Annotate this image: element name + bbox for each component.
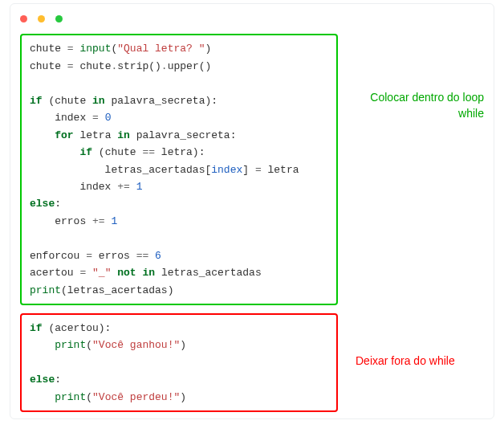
zoom-icon xyxy=(55,15,63,22)
code-token: chute xyxy=(30,60,67,72)
code-token: letras_acertadas xyxy=(155,267,262,279)
code-token: input xyxy=(79,43,111,55)
code-token: in xyxy=(117,129,130,141)
code-token: : xyxy=(55,198,61,210)
code-token xyxy=(86,267,92,279)
close-icon xyxy=(20,15,27,22)
code-token xyxy=(30,339,55,351)
code-token: == xyxy=(142,146,155,158)
code-token: letra xyxy=(74,129,118,141)
code-token xyxy=(130,181,136,193)
code-token: in xyxy=(92,95,105,107)
code-token: 0 xyxy=(105,112,112,124)
code-block-green: chute = input("Qual letra? ") chute = ch… xyxy=(20,34,338,305)
code-token xyxy=(30,391,55,403)
code-token: chute xyxy=(74,60,112,72)
code-token xyxy=(99,112,105,124)
code-token: ] xyxy=(242,164,255,176)
code-token: upper() xyxy=(168,60,212,72)
code-token: ) xyxy=(205,43,211,55)
code-window: chute = input("Qual letra? ") chute = ch… xyxy=(10,3,494,419)
code-token: if xyxy=(79,146,92,158)
code-token: ) xyxy=(180,339,186,351)
code-token: index xyxy=(30,112,92,124)
code-token: else xyxy=(30,198,55,210)
code-token xyxy=(30,129,55,141)
code-token: . xyxy=(161,60,168,72)
code-token: print xyxy=(30,284,61,296)
code-token: = xyxy=(86,250,92,262)
code-token: not xyxy=(117,267,136,279)
code-token: strip() xyxy=(117,60,161,72)
code-token: palavra_secreta): xyxy=(105,95,217,107)
code-token: for xyxy=(55,129,73,141)
code-token: if xyxy=(30,95,43,107)
code-token: == xyxy=(136,250,149,262)
code-token: "Qual letra? " xyxy=(117,43,205,55)
code-token: 6 xyxy=(155,250,161,262)
code-token: index xyxy=(30,181,117,193)
code-token xyxy=(148,250,155,262)
code-token: "Você perdeu!" xyxy=(92,391,180,403)
code-token: enforcou xyxy=(30,250,86,262)
code-token: acertou xyxy=(30,267,79,279)
code-token: in xyxy=(142,267,155,279)
code-token: 1 xyxy=(111,215,117,227)
note-red: Deixar fora do while xyxy=(356,353,455,369)
code-token: if xyxy=(30,322,43,334)
code-token: = xyxy=(67,60,74,72)
code-token: "Você ganhou!" xyxy=(92,339,180,351)
code-token: else xyxy=(30,374,55,386)
code-token: letra xyxy=(262,164,299,176)
code-token: (chute xyxy=(43,95,92,107)
code-token: "_" xyxy=(92,267,111,279)
code-token: += xyxy=(92,215,105,227)
code-token: (acertou): xyxy=(43,322,112,334)
code-token: letras_acertadas[ xyxy=(30,164,211,176)
code-token: print xyxy=(55,339,86,351)
code-block-red: if (acertou): print("Você ganhou!") else… xyxy=(20,313,338,412)
code-token: ) xyxy=(180,391,186,403)
code-token: print xyxy=(55,391,86,403)
code-token: += xyxy=(117,181,130,193)
code-token: = xyxy=(67,43,74,55)
window-titlebar xyxy=(10,4,494,34)
code-token: index xyxy=(211,164,242,176)
code-token: 1 xyxy=(136,181,143,193)
code-token xyxy=(30,146,79,158)
minimize-icon xyxy=(38,15,45,22)
code-content: chute = input("Qual letra? ") chute = ch… xyxy=(10,34,494,418)
code-token: palavra_secreta: xyxy=(130,129,237,141)
code-token: erros xyxy=(92,250,136,262)
code-token: ( xyxy=(86,339,92,351)
code-token: letra): xyxy=(155,146,205,158)
note-green: Colocar dentro do loop while xyxy=(356,90,484,121)
code-token: (chute xyxy=(92,146,142,158)
code-token: = xyxy=(255,164,262,176)
code-token: = xyxy=(92,112,99,124)
code-token: (letras_acertadas) xyxy=(61,284,173,296)
code-token: chute xyxy=(30,43,67,55)
code-token: erros xyxy=(30,215,92,227)
code-token: : xyxy=(55,374,61,386)
code-token: ( xyxy=(86,391,92,403)
